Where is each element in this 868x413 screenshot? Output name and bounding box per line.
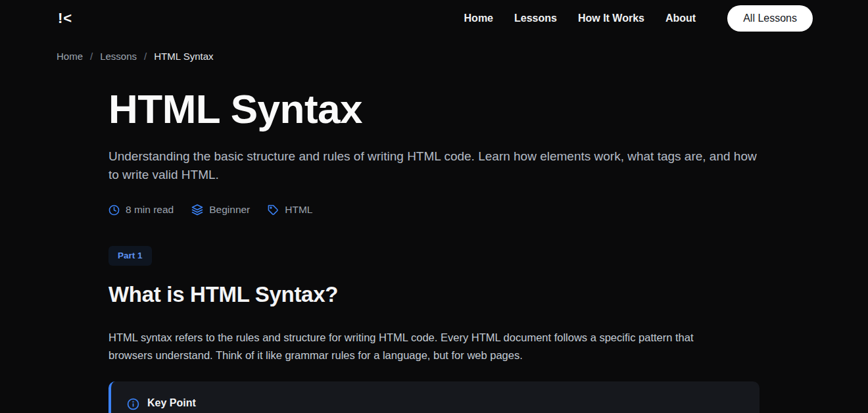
lesson-meta: 8 min read Beginner HTML bbox=[108, 204, 760, 216]
breadcrumb-home[interactable]: Home bbox=[57, 51, 83, 62]
meta-topic: HTML bbox=[268, 204, 312, 216]
meta-level: Beginner bbox=[191, 204, 250, 216]
info-icon bbox=[127, 397, 139, 413]
main-nav: Home Lessons How It Works About bbox=[464, 12, 696, 24]
meta-topic-label: HTML bbox=[285, 204, 312, 216]
breadcrumb-separator: / bbox=[144, 51, 147, 62]
section-paragraph: HTML syntax refers to the rules and stru… bbox=[108, 329, 740, 364]
layers-icon bbox=[191, 204, 203, 216]
nav-item-how-it-works[interactable]: How It Works bbox=[578, 12, 644, 24]
meta-level-label: Beginner bbox=[209, 204, 250, 216]
site-logo[interactable]: !< bbox=[58, 10, 72, 27]
nav-item-home[interactable]: Home bbox=[464, 12, 493, 24]
callout-content: Key Point HTML uses tags to define eleme… bbox=[147, 397, 718, 413]
breadcrumb-separator: / bbox=[90, 51, 93, 62]
header-right: Home Lessons How It Works About All Less… bbox=[464, 5, 813, 32]
key-point-callout: Key Point HTML uses tags to define eleme… bbox=[108, 381, 760, 413]
all-lessons-button[interactable]: All Lessons bbox=[727, 5, 813, 32]
breadcrumb-current: HTML Syntax bbox=[154, 51, 213, 62]
breadcrumb-lessons[interactable]: Lessons bbox=[100, 51, 137, 62]
part-badge: Part 1 bbox=[108, 246, 152, 266]
clock-icon bbox=[108, 205, 120, 216]
page-title: HTML Syntax bbox=[108, 87, 760, 130]
callout-title: Key Point bbox=[147, 397, 718, 409]
tag-icon bbox=[268, 205, 279, 216]
section-heading: What is HTML Syntax? bbox=[108, 282, 760, 307]
breadcrumb: Home / Lessons / HTML Syntax bbox=[0, 51, 868, 62]
meta-read-time: 8 min read bbox=[108, 204, 174, 216]
nav-item-lessons[interactable]: Lessons bbox=[514, 12, 557, 24]
lesson-description: Understanding the basic structure and ru… bbox=[108, 147, 760, 184]
lesson-page: HTML Syntax Understanding the basic stru… bbox=[108, 87, 760, 413]
header: !< Home Lessons How It Works About All L… bbox=[0, 0, 868, 37]
meta-read-time-label: 8 min read bbox=[126, 204, 174, 216]
nav-item-about[interactable]: About bbox=[665, 12, 696, 24]
